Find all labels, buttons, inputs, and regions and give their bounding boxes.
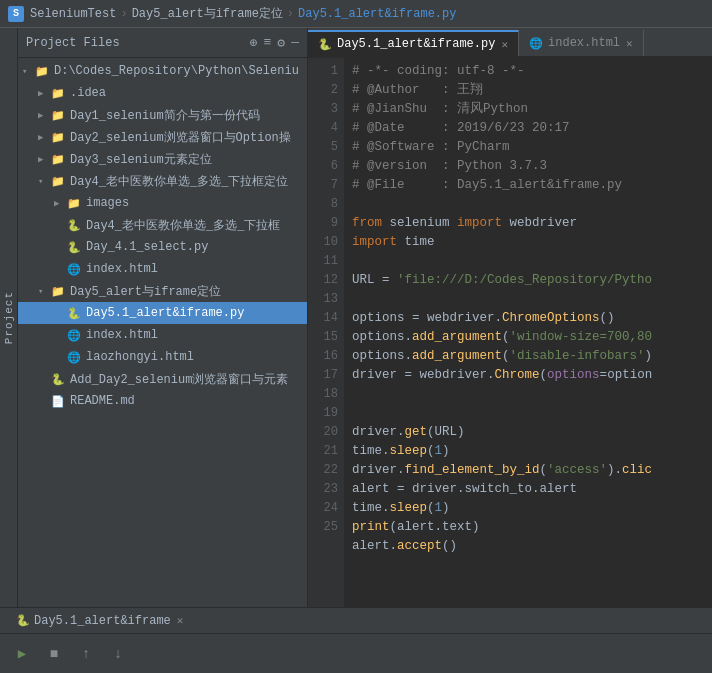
day5-icon: 📁 [50, 283, 66, 299]
tree-root[interactable]: ▾ 📁 D:\Codes_Repository\Python\Seleniu [18, 60, 307, 82]
tree-item-day51py[interactable]: ▶ 🐍 Day5.1_alert&iframe.py [18, 302, 307, 324]
root-arrow: ▾ [22, 66, 34, 77]
breadcrumb-folder: Day5_alert与iframe定位 [132, 5, 283, 22]
sidebar-toolbar: ⊕ ≡ ⚙ — [250, 35, 299, 51]
tree-item-laozhongyi[interactable]: ▶ 🌐 laozhongyi.html [18, 346, 307, 368]
sidebar-header: Project Files ⊕ ≡ ⚙ — [18, 28, 307, 58]
addday2-icon: 🐍 [50, 371, 66, 387]
tab-indexhtml-label: index.html [548, 36, 620, 50]
run-tab[interactable]: 🐍 Day5.1_alert&iframe ✕ [8, 608, 191, 633]
day3-icon: 📁 [50, 151, 66, 167]
project-sidebar: Project Files ⊕ ≡ ⚙ — ▾ 📁 D:\Codes_Repos… [18, 28, 308, 607]
tab-bar: 🐍 Day5.1_alert&iframe.py ✕ 🌐 index.html … [308, 28, 712, 58]
project-vertical-text: Project [3, 291, 15, 344]
addday2-label: Add_Day2_selenium浏览器窗口与元素 [70, 371, 288, 388]
tree-item-readme[interactable]: ▶ 📄 README.md [18, 390, 307, 412]
tree-item-images[interactable]: ▶ 📁 images [18, 192, 307, 214]
select-icon: 🐍 [66, 239, 82, 255]
laozhongyi-label: laozhongyi.html [86, 350, 194, 364]
images-label: images [86, 196, 129, 210]
day3-label: Day3_selenium元素定位 [70, 151, 212, 168]
breadcrumb-app: SeleniumTest [30, 7, 116, 21]
readme-label: README.md [70, 394, 135, 408]
tree-item-addday2[interactable]: ▶ 🐍 Add_Day2_selenium浏览器窗口与元素 [18, 368, 307, 390]
tab-indexhtml-close[interactable]: ✕ [626, 37, 633, 50]
add-file-icon[interactable]: ⊕ [250, 35, 258, 51]
tree-item-day4[interactable]: ▾ 📁 Day4_老中医教你单选_多选_下拉框定位 [18, 170, 307, 192]
run-bar: 🐍 Day5.1_alert&iframe ✕ [0, 607, 712, 633]
day1-label: Day1_selenium简介与第一份代码 [70, 107, 260, 124]
main-layout: Project Project Files ⊕ ≡ ⚙ — ▾ 📁 D:\Cod… [0, 28, 712, 607]
tab-indexhtml[interactable]: 🌐 index.html ✕ [519, 30, 644, 56]
idea-label: .idea [70, 86, 106, 100]
idea-arrow: ▶ [38, 88, 50, 99]
images-icon: 📁 [66, 195, 82, 211]
code-editor[interactable]: # -*- coding: utf-8 -*- # @Author : 王翔 #… [344, 58, 712, 607]
breadcrumb-file: Day5.1_alert&iframe.py [298, 7, 456, 21]
tab-day51py-close[interactable]: ✕ [501, 38, 508, 51]
day1-icon: 📁 [50, 107, 66, 123]
day51py-label: Day5.1_alert&iframe.py [86, 306, 244, 320]
tree-item-day4py[interactable]: ▶ 🐍 Day4_老中医教你单选_多选_下拉框 [18, 214, 307, 236]
day4html-label: index.html [86, 262, 158, 276]
day3-arrow: ▶ [38, 154, 50, 165]
root-label: D:\Codes_Repository\Python\Seleniu [54, 64, 299, 78]
day5html-icon: 🌐 [66, 327, 82, 343]
tab-day51py-label: Day5.1_alert&iframe.py [337, 37, 495, 51]
day4-arrow: ▾ [38, 176, 50, 187]
day4-label: Day4_老中医教你单选_多选_下拉框定位 [70, 173, 288, 190]
run-button[interactable]: ▶ [8, 640, 36, 668]
scroll-down-button[interactable]: ↓ [104, 640, 132, 668]
day4py-icon: 🐍 [66, 217, 82, 233]
project-panel-label[interactable]: Project [0, 28, 18, 607]
stop-button[interactable]: ■ [40, 640, 68, 668]
app-icon: S [8, 6, 24, 22]
run-tab-icon: 🐍 [16, 614, 30, 627]
day4html-icon: 🌐 [66, 261, 82, 277]
minimize-icon[interactable]: — [291, 35, 299, 51]
tree-item-day1[interactable]: ▶ 📁 Day1_selenium简介与第一份代码 [18, 104, 307, 126]
day5html-label: index.html [86, 328, 158, 342]
tree-item-idea[interactable]: ▶ 📁 .idea [18, 82, 307, 104]
day5-arrow: ▾ [38, 286, 50, 297]
root-folder-icon: 📁 [34, 63, 50, 79]
run-tab-label: Day5.1_alert&iframe [34, 614, 171, 628]
day1-arrow: ▶ [38, 110, 50, 121]
images-arrow: ▶ [54, 198, 66, 209]
line-numbers: 12345 678910 1112131415 1617181920 21222… [308, 58, 344, 607]
settings-icon[interactable]: ⚙ [277, 35, 285, 51]
day51py-icon: 🐍 [66, 305, 82, 321]
tree-item-day4-html[interactable]: ▶ 🌐 index.html [18, 258, 307, 280]
tree-item-day2[interactable]: ▶ 📁 Day2_selenium浏览器窗口与Option操 [18, 126, 307, 148]
tree-item-day5-html[interactable]: ▶ 🌐 index.html [18, 324, 307, 346]
tree-item-select[interactable]: ▶ 🐍 Day_4.1_select.py [18, 236, 307, 258]
scroll-up-button[interactable]: ↑ [72, 640, 100, 668]
collapse-icon[interactable]: ≡ [264, 35, 272, 51]
day2-arrow: ▶ [38, 132, 50, 143]
tab-html-icon: 🌐 [529, 37, 543, 50]
file-tree: ▾ 📁 D:\Codes_Repository\Python\Seleniu ▶… [18, 58, 307, 607]
day2-label: Day2_selenium浏览器窗口与Option操 [70, 129, 291, 146]
idea-icon: 📁 [50, 85, 66, 101]
tree-item-day3[interactable]: ▶ 📁 Day3_selenium元素定位 [18, 148, 307, 170]
tab-py-icon: 🐍 [318, 38, 332, 51]
bottom-toolbar: ▶ ■ ↑ ↓ [0, 633, 712, 673]
run-tab-close[interactable]: ✕ [177, 614, 184, 627]
tree-item-day5[interactable]: ▾ 📁 Day5_alert与iframe定位 [18, 280, 307, 302]
title-bar: S SeleniumTest › Day5_alert与iframe定位 › D… [0, 0, 712, 28]
readme-icon: 📄 [50, 393, 66, 409]
tab-day51py[interactable]: 🐍 Day5.1_alert&iframe.py ✕ [308, 30, 519, 56]
editor-area: 🐍 Day5.1_alert&iframe.py ✕ 🌐 index.html … [308, 28, 712, 607]
day2-icon: 📁 [50, 129, 66, 145]
sidebar-title: Project Files [26, 36, 250, 50]
laozhongyi-icon: 🌐 [66, 349, 82, 365]
day4-icon: 📁 [50, 173, 66, 189]
code-container: 12345 678910 1112131415 1617181920 21222… [308, 58, 712, 607]
day5-label: Day5_alert与iframe定位 [70, 283, 221, 300]
select-label: Day_4.1_select.py [86, 240, 208, 254]
day4py-label: Day4_老中医教你单选_多选_下拉框 [86, 217, 280, 234]
